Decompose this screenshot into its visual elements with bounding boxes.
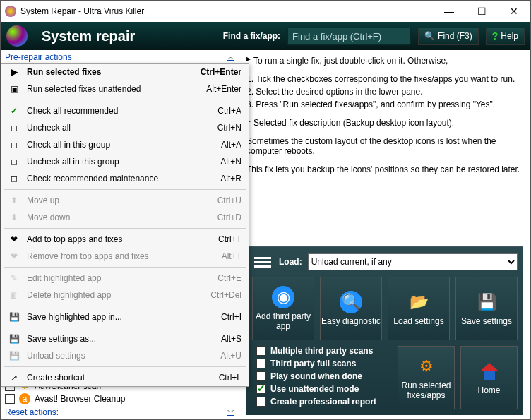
menu-item-shortcut: Alt+T xyxy=(222,251,241,261)
maximize-button[interactable]: ☐ xyxy=(465,1,498,22)
minimize-button[interactable]: — xyxy=(433,1,465,22)
pencil-icon: ✎ xyxy=(8,272,20,284)
options-row: Multiple third party scans Third party f… xyxy=(252,346,518,409)
instruction-text: Sometimes the custom layout of the deskt… xyxy=(246,136,523,156)
add-app-button[interactable]: ◉ Add third party app xyxy=(252,277,314,340)
menu-item[interactable]: ◻Check all in this groupAlt+A xyxy=(1,136,249,153)
help-button[interactable]: ? Help xyxy=(486,28,525,45)
options-list: Multiple third party scans Third party f… xyxy=(252,346,392,409)
checkbox-checked[interactable] xyxy=(256,384,266,394)
option-pro-report[interactable]: Create professional report xyxy=(256,397,392,407)
box-icon: ◻ xyxy=(8,122,20,133)
chevron-down-icon[interactable]: ﹀ xyxy=(227,407,234,417)
find-button[interactable]: 🔍 Find (F3) xyxy=(418,28,479,45)
pre-repair-header[interactable]: Pre-repair actions ︿ xyxy=(1,50,239,64)
menu-separator xyxy=(4,267,246,268)
box-icon: ◻ xyxy=(8,156,20,167)
option-unattended[interactable]: Use unattended mode xyxy=(256,384,392,394)
help-icon: ? xyxy=(492,30,499,42)
menu-item-shortcut: Alt+R xyxy=(220,174,241,184)
option-play-sound[interactable]: Play sound when done xyxy=(256,371,392,381)
page-title: System repair xyxy=(42,28,135,44)
menu-item-shortcut: Alt+N xyxy=(220,157,241,167)
box-icon: ◻ xyxy=(8,173,20,184)
menu-item-label: Check all in this group xyxy=(27,140,214,150)
menu-item[interactable]: ❤Add to top apps and fixesCtrl+T xyxy=(1,231,249,248)
menu-item[interactable]: ▶Run selected fixesCtrl+Enter xyxy=(1,64,249,80)
easy-diagnostic-button[interactable]: 🔍 Easy diagnostic xyxy=(320,277,382,340)
avast-icon: a xyxy=(19,393,30,404)
reset-actions-label: Reset actions: xyxy=(5,407,59,417)
header-banner: System repair Find a fix/app: 🔍 Find (F3… xyxy=(1,22,530,50)
save-settings-button[interactable]: 💾 Save settings xyxy=(455,277,518,340)
load-label: Load: xyxy=(279,257,302,267)
menu-item-label: Create shortcut xyxy=(27,373,212,383)
menu-item-shortcut: Alt+A xyxy=(221,140,241,150)
find-label: Find a fix/app: xyxy=(223,31,280,41)
save-icon: 💾 xyxy=(8,350,20,361)
menu-item-shortcut: Ctrl+L xyxy=(219,373,241,383)
play-icon: ▶ xyxy=(8,66,20,78)
menu-item[interactable]: 💾Save highlighted app in...Ctrl+I xyxy=(1,308,249,325)
menu-item: ❤Remove from top apps and fixesAlt+T xyxy=(1,248,249,265)
checkbox[interactable] xyxy=(256,397,266,407)
menu-item[interactable]: ◻Check recommended maintenanceAlt+R xyxy=(1,170,249,187)
menu-item-shortcut: Ctrl+E xyxy=(217,273,241,283)
reset-actions-header[interactable]: Reset actions: ﹀ xyxy=(1,405,239,419)
menu-item[interactable]: ◻Uncheck all in this groupAlt+N xyxy=(1,153,249,170)
menu-item: ⬆Move upCtrl+U xyxy=(1,192,249,209)
instruction-text: Selected fix description (Backup desktop… xyxy=(253,118,454,128)
tile-label: Load settings xyxy=(393,316,443,326)
save-icon: 💾 xyxy=(8,311,20,323)
menu-item[interactable]: ▣Run selected fixes unattendedAlt+Enter xyxy=(1,80,249,97)
svg-rect-1 xyxy=(484,371,495,380)
tile-label: Save settings xyxy=(461,316,512,326)
option-full-scans[interactable]: Third party full scans xyxy=(256,359,392,368)
load-settings-button[interactable]: 📂 Load settings xyxy=(388,277,450,340)
save-icon: 💾 xyxy=(8,333,20,344)
menu-item[interactable]: ↗Create shortcutCtrl+L xyxy=(1,369,249,386)
tile-label: Run selected fixes/apps xyxy=(398,380,454,400)
tile-label: Easy diagnostic xyxy=(321,316,381,326)
menu-item[interactable]: ◻Uncheck allCtrl+N xyxy=(1,119,249,136)
play-u-icon: ▣ xyxy=(8,83,20,95)
option-multiple-scans[interactable]: Multiple third party scans xyxy=(256,346,392,356)
menu-item-label: Save highlighted app in... xyxy=(27,312,214,322)
menu-item-shortcut: Ctrl+D xyxy=(217,212,241,222)
menu-item-shortcut: Ctrl+Enter xyxy=(201,67,241,77)
menu-item: 💾Unload settingsAlt+U xyxy=(1,347,249,364)
menu-item-label: Move down xyxy=(27,212,210,222)
menu-item-label: Move up xyxy=(27,196,210,205)
heart-icon: ❤ xyxy=(8,251,20,262)
option-label: Third party full scans xyxy=(270,359,356,368)
hamburger-icon[interactable] xyxy=(252,253,273,271)
list-item[interactable]: a Avast! Browser Cleanup xyxy=(1,392,239,405)
menu-separator xyxy=(4,189,246,190)
menu-item-label: Remove from top apps and fixes xyxy=(27,251,215,261)
tile-label: Add third party app xyxy=(253,311,314,331)
checkbox[interactable] xyxy=(5,394,15,404)
search-input[interactable] xyxy=(287,28,411,45)
option-label: Use unattended mode xyxy=(270,384,359,394)
checkbox[interactable] xyxy=(256,346,266,356)
instruction-text: 1. Tick the checkboxes corresponding to … xyxy=(246,74,515,84)
menu-item-label: Run selected fixes xyxy=(27,67,193,77)
load-select[interactable]: Unload current, if any xyxy=(308,253,518,270)
option-label: Create professional report xyxy=(270,397,376,407)
menu-item-label: Add to top apps and fixes xyxy=(27,234,211,244)
menu-item-shortcut: Ctrl+U xyxy=(217,196,241,205)
menu-item-label: Check recommended maintenance xyxy=(27,174,213,184)
menu-item[interactable]: ✓Check all recommendedCtrl+A xyxy=(1,102,249,119)
instruction-text: To run a single fix, just double-click o… xyxy=(253,56,448,66)
gear-icon: ⚙ xyxy=(415,355,438,378)
run-selected-button[interactable]: ⚙ Run selected fixes/apps xyxy=(398,346,455,409)
close-button[interactable]: ✕ xyxy=(498,1,530,22)
right-panel: ▶To run a single fix, just double-click … xyxy=(239,50,530,419)
menu-item-label: Unload settings xyxy=(27,351,213,361)
chevron-up-icon[interactable]: ︿ xyxy=(227,52,234,62)
menu-separator xyxy=(4,100,246,100)
checkbox[interactable] xyxy=(256,359,266,368)
home-button[interactable]: Home xyxy=(460,346,518,409)
menu-item[interactable]: 💾Save settings as...Alt+S xyxy=(1,330,249,347)
checkbox[interactable] xyxy=(256,371,266,381)
